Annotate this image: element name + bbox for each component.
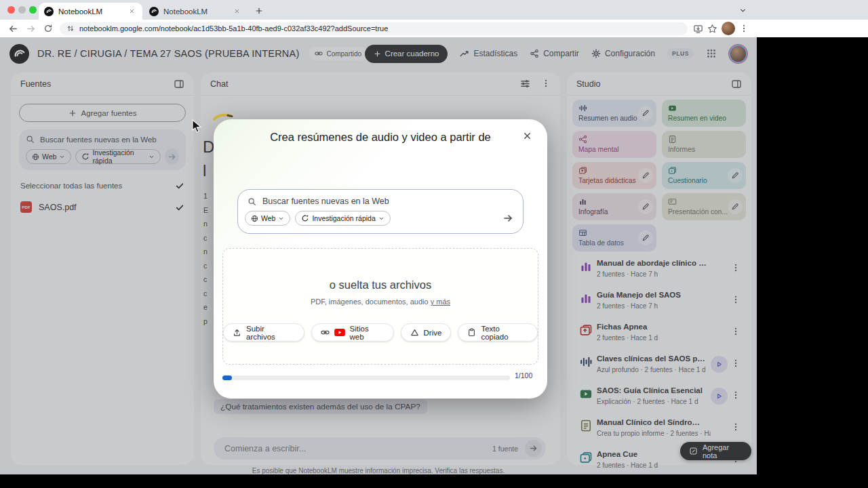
dropzone-heading: o suelta tus archivos <box>223 279 538 291</box>
reload-button[interactable] <box>39 21 57 36</box>
tab-overflow-chevron[interactable] <box>736 4 749 16</box>
research-mode-dropdown[interactable]: Investigación rápida <box>295 211 390 226</box>
more-formats-link[interactable]: y más <box>431 298 450 306</box>
tab-strip: NotebookLM NotebookLM <box>0 0 757 20</box>
install-app-icon[interactable] <box>693 24 703 34</box>
tab-title: NotebookLM <box>163 7 231 16</box>
browser-menu-icon[interactable] <box>739 24 749 33</box>
modal-search-box: Web Investigación rápida <box>237 189 524 234</box>
youtube-icon <box>334 329 345 336</box>
add-sources-modal: Crea resúmenes de audio y video a partir… <box>214 119 547 399</box>
back-button[interactable] <box>4 21 22 36</box>
source-limit-label: 1/100 <box>515 371 532 380</box>
dropzone-subtext: PDF, imágenes, documentos, audio y más <box>223 298 538 306</box>
url-text: notebooklm.google.com/notebook/ac1d53bb-… <box>79 24 388 33</box>
notebooklm-favicon <box>149 7 159 16</box>
chevron-down-icon <box>378 216 384 222</box>
drive-chip[interactable]: Drive <box>401 323 452 342</box>
chevron-down-icon <box>278 216 284 222</box>
upload-files-chip[interactable]: Subir archivos <box>223 323 304 342</box>
close-modal-icon[interactable] <box>520 129 534 142</box>
fast-research-icon <box>301 214 309 222</box>
bookmark-star-icon[interactable] <box>707 24 717 34</box>
close-tab-icon[interactable] <box>126 6 137 17</box>
upload-icon <box>233 328 241 337</box>
browser-profile-avatar[interactable] <box>722 22 735 35</box>
address-bar[interactable]: notebooklm.google.com/notebook/ac1d53bb-… <box>60 22 688 35</box>
drive-icon <box>410 328 419 337</box>
forward-button[interactable] <box>22 21 39 36</box>
notebooklm-favicon <box>44 7 54 16</box>
close-window-button[interactable] <box>7 6 15 14</box>
tab-notebooklm-1[interactable]: NotebookLM <box>39 3 142 20</box>
tab-notebooklm-2[interactable]: NotebookLM <box>144 3 248 20</box>
minimize-window-button[interactable] <box>18 6 26 14</box>
new-tab-button[interactable] <box>252 4 266 18</box>
source-limit-progress-bar <box>222 375 510 380</box>
copied-text-chip[interactable]: Texto copiado <box>458 323 538 342</box>
browser-window: NotebookLM NotebookLM notebooklm.google.… <box>0 0 757 474</box>
search-icon <box>248 197 256 206</box>
file-dropzone[interactable]: o suelta tus archivos PDF, imágenes, doc… <box>222 248 538 365</box>
modal-title: Crea resúmenes de audio y video a partir… <box>247 129 514 145</box>
clipboard-icon <box>467 328 476 337</box>
mouse-cursor <box>192 119 202 134</box>
link-icon <box>321 328 330 337</box>
progress-fill <box>222 375 232 380</box>
site-controls-icon[interactable] <box>66 24 75 33</box>
web-filter-dropdown[interactable]: Web <box>245 211 290 226</box>
websites-chip[interactable]: Sitios web <box>311 323 394 342</box>
modal-search-input[interactable] <box>262 197 486 206</box>
browser-toolbar: notebooklm.google.com/notebook/ac1d53bb-… <box>0 20 757 37</box>
submit-search-button[interactable] <box>502 213 513 224</box>
close-tab-icon[interactable] <box>231 6 242 17</box>
globe-icon <box>251 215 258 222</box>
tab-title: NotebookLM <box>58 7 126 16</box>
zoom-window-button[interactable] <box>29 6 37 14</box>
